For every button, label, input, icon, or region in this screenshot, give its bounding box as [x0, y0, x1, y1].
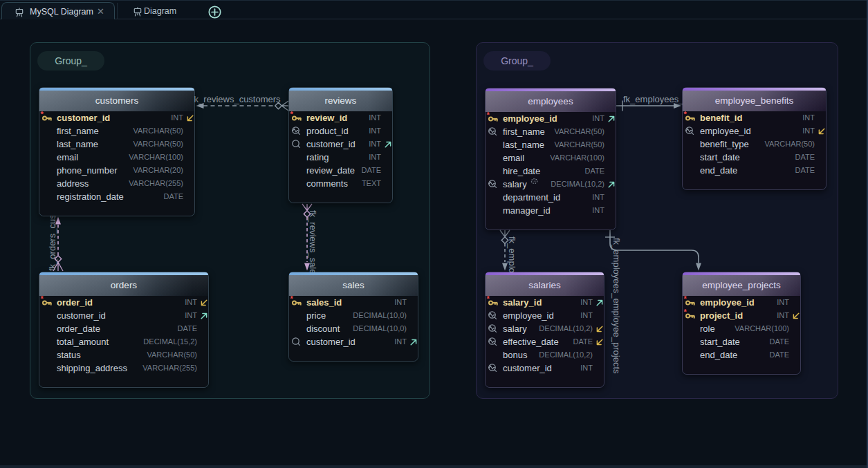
- svg-text:fk_reviews_customers: fk_reviews_customers: [192, 94, 281, 104]
- svg-text:fk_reviews_sales: fk_reviews_sales: [308, 210, 318, 279]
- svg-text:fk_employees_employee_projects: fk_employees_employee_projects: [611, 238, 622, 374]
